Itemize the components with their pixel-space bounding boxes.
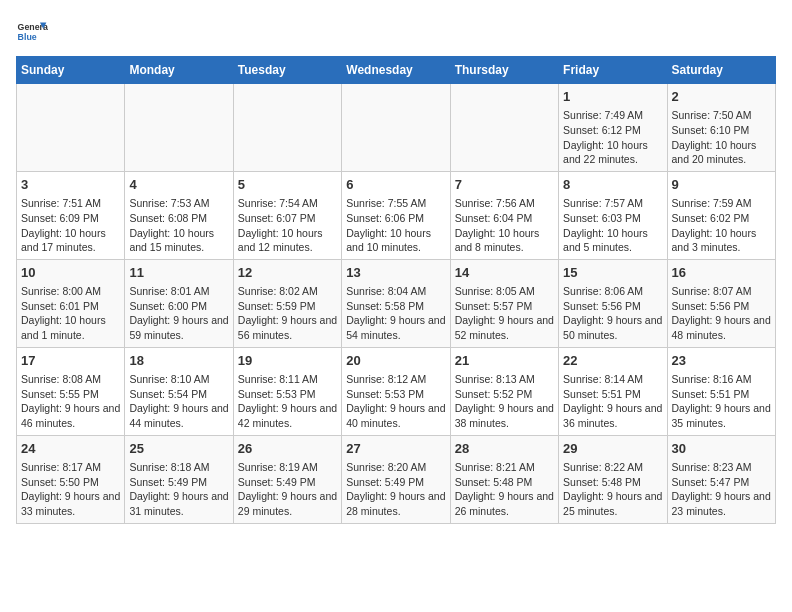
day-info: Sunrise: 7:57 AM Sunset: 6:03 PM Dayligh…	[563, 196, 662, 255]
calendar-week-5: 24Sunrise: 8:17 AM Sunset: 5:50 PM Dayli…	[17, 435, 776, 523]
calendar-cell	[125, 84, 233, 172]
day-number: 5	[238, 176, 337, 194]
day-info: Sunrise: 8:18 AM Sunset: 5:49 PM Dayligh…	[129, 460, 228, 519]
calendar-cell: 16Sunrise: 8:07 AM Sunset: 5:56 PM Dayli…	[667, 259, 775, 347]
calendar-cell: 30Sunrise: 8:23 AM Sunset: 5:47 PM Dayli…	[667, 435, 775, 523]
calendar-cell: 20Sunrise: 8:12 AM Sunset: 5:53 PM Dayli…	[342, 347, 450, 435]
day-number: 30	[672, 440, 771, 458]
day-info: Sunrise: 8:08 AM Sunset: 5:55 PM Dayligh…	[21, 372, 120, 431]
day-number: 15	[563, 264, 662, 282]
calendar-header: SundayMondayTuesdayWednesdayThursdayFrid…	[17, 57, 776, 84]
calendar-cell	[342, 84, 450, 172]
weekday-header-friday: Friday	[559, 57, 667, 84]
day-info: Sunrise: 7:49 AM Sunset: 6:12 PM Dayligh…	[563, 108, 662, 167]
day-info: Sunrise: 7:56 AM Sunset: 6:04 PM Dayligh…	[455, 196, 554, 255]
calendar-cell: 27Sunrise: 8:20 AM Sunset: 5:49 PM Dayli…	[342, 435, 450, 523]
day-number: 13	[346, 264, 445, 282]
day-info: Sunrise: 8:23 AM Sunset: 5:47 PM Dayligh…	[672, 460, 771, 519]
calendar-cell: 24Sunrise: 8:17 AM Sunset: 5:50 PM Dayli…	[17, 435, 125, 523]
day-number: 23	[672, 352, 771, 370]
calendar-cell: 28Sunrise: 8:21 AM Sunset: 5:48 PM Dayli…	[450, 435, 558, 523]
header: General Blue	[16, 16, 776, 48]
calendar-body: 1Sunrise: 7:49 AM Sunset: 6:12 PM Daylig…	[17, 84, 776, 524]
weekday-header-saturday: Saturday	[667, 57, 775, 84]
logo: General Blue	[16, 16, 48, 48]
day-info: Sunrise: 8:13 AM Sunset: 5:52 PM Dayligh…	[455, 372, 554, 431]
day-info: Sunrise: 7:59 AM Sunset: 6:02 PM Dayligh…	[672, 196, 771, 255]
day-number: 24	[21, 440, 120, 458]
calendar-cell	[233, 84, 341, 172]
day-number: 9	[672, 176, 771, 194]
calendar-cell: 3Sunrise: 7:51 AM Sunset: 6:09 PM Daylig…	[17, 171, 125, 259]
day-info: Sunrise: 8:19 AM Sunset: 5:49 PM Dayligh…	[238, 460, 337, 519]
day-number: 28	[455, 440, 554, 458]
day-info: Sunrise: 8:10 AM Sunset: 5:54 PM Dayligh…	[129, 372, 228, 431]
day-info: Sunrise: 8:01 AM Sunset: 6:00 PM Dayligh…	[129, 284, 228, 343]
day-info: Sunrise: 7:53 AM Sunset: 6:08 PM Dayligh…	[129, 196, 228, 255]
calendar-cell: 13Sunrise: 8:04 AM Sunset: 5:58 PM Dayli…	[342, 259, 450, 347]
day-number: 8	[563, 176, 662, 194]
day-info: Sunrise: 8:22 AM Sunset: 5:48 PM Dayligh…	[563, 460, 662, 519]
calendar-cell: 19Sunrise: 8:11 AM Sunset: 5:53 PM Dayli…	[233, 347, 341, 435]
day-number: 3	[21, 176, 120, 194]
day-info: Sunrise: 8:12 AM Sunset: 5:53 PM Dayligh…	[346, 372, 445, 431]
day-info: Sunrise: 8:02 AM Sunset: 5:59 PM Dayligh…	[238, 284, 337, 343]
calendar-cell: 11Sunrise: 8:01 AM Sunset: 6:00 PM Dayli…	[125, 259, 233, 347]
calendar-cell: 8Sunrise: 7:57 AM Sunset: 6:03 PM Daylig…	[559, 171, 667, 259]
day-info: Sunrise: 7:51 AM Sunset: 6:09 PM Dayligh…	[21, 196, 120, 255]
day-info: Sunrise: 8:00 AM Sunset: 6:01 PM Dayligh…	[21, 284, 120, 343]
day-number: 18	[129, 352, 228, 370]
weekday-header-tuesday: Tuesday	[233, 57, 341, 84]
calendar-week-1: 1Sunrise: 7:49 AM Sunset: 6:12 PM Daylig…	[17, 84, 776, 172]
calendar-cell: 17Sunrise: 8:08 AM Sunset: 5:55 PM Dayli…	[17, 347, 125, 435]
calendar-cell: 14Sunrise: 8:05 AM Sunset: 5:57 PM Dayli…	[450, 259, 558, 347]
day-number: 19	[238, 352, 337, 370]
day-number: 26	[238, 440, 337, 458]
weekday-header-wednesday: Wednesday	[342, 57, 450, 84]
day-info: Sunrise: 8:21 AM Sunset: 5:48 PM Dayligh…	[455, 460, 554, 519]
calendar-cell: 15Sunrise: 8:06 AM Sunset: 5:56 PM Dayli…	[559, 259, 667, 347]
day-number: 25	[129, 440, 228, 458]
calendar-cell: 10Sunrise: 8:00 AM Sunset: 6:01 PM Dayli…	[17, 259, 125, 347]
calendar-cell: 4Sunrise: 7:53 AM Sunset: 6:08 PM Daylig…	[125, 171, 233, 259]
day-number: 6	[346, 176, 445, 194]
calendar-cell: 25Sunrise: 8:18 AM Sunset: 5:49 PM Dayli…	[125, 435, 233, 523]
calendar-cell: 21Sunrise: 8:13 AM Sunset: 5:52 PM Dayli…	[450, 347, 558, 435]
day-number: 27	[346, 440, 445, 458]
calendar-cell: 5Sunrise: 7:54 AM Sunset: 6:07 PM Daylig…	[233, 171, 341, 259]
calendar-week-3: 10Sunrise: 8:00 AM Sunset: 6:01 PM Dayli…	[17, 259, 776, 347]
weekday-header-sunday: Sunday	[17, 57, 125, 84]
calendar-week-2: 3Sunrise: 7:51 AM Sunset: 6:09 PM Daylig…	[17, 171, 776, 259]
day-info: Sunrise: 8:06 AM Sunset: 5:56 PM Dayligh…	[563, 284, 662, 343]
calendar-cell: 1Sunrise: 7:49 AM Sunset: 6:12 PM Daylig…	[559, 84, 667, 172]
calendar-cell: 23Sunrise: 8:16 AM Sunset: 5:51 PM Dayli…	[667, 347, 775, 435]
day-info: Sunrise: 8:16 AM Sunset: 5:51 PM Dayligh…	[672, 372, 771, 431]
day-info: Sunrise: 8:17 AM Sunset: 5:50 PM Dayligh…	[21, 460, 120, 519]
svg-text:Blue: Blue	[18, 32, 37, 42]
weekday-header-monday: Monday	[125, 57, 233, 84]
weekday-header-thursday: Thursday	[450, 57, 558, 84]
day-info: Sunrise: 7:55 AM Sunset: 6:06 PM Dayligh…	[346, 196, 445, 255]
day-info: Sunrise: 8:05 AM Sunset: 5:57 PM Dayligh…	[455, 284, 554, 343]
calendar-cell: 29Sunrise: 8:22 AM Sunset: 5:48 PM Dayli…	[559, 435, 667, 523]
calendar-cell: 12Sunrise: 8:02 AM Sunset: 5:59 PM Dayli…	[233, 259, 341, 347]
calendar-cell	[450, 84, 558, 172]
day-number: 14	[455, 264, 554, 282]
day-info: Sunrise: 7:50 AM Sunset: 6:10 PM Dayligh…	[672, 108, 771, 167]
calendar-cell: 22Sunrise: 8:14 AM Sunset: 5:51 PM Dayli…	[559, 347, 667, 435]
calendar-cell	[17, 84, 125, 172]
day-number: 20	[346, 352, 445, 370]
day-number: 7	[455, 176, 554, 194]
day-number: 22	[563, 352, 662, 370]
day-number: 1	[563, 88, 662, 106]
day-number: 11	[129, 264, 228, 282]
day-number: 10	[21, 264, 120, 282]
calendar-cell: 9Sunrise: 7:59 AM Sunset: 6:02 PM Daylig…	[667, 171, 775, 259]
day-info: Sunrise: 8:07 AM Sunset: 5:56 PM Dayligh…	[672, 284, 771, 343]
day-info: Sunrise: 7:54 AM Sunset: 6:07 PM Dayligh…	[238, 196, 337, 255]
calendar-cell: 18Sunrise: 8:10 AM Sunset: 5:54 PM Dayli…	[125, 347, 233, 435]
calendar-cell: 7Sunrise: 7:56 AM Sunset: 6:04 PM Daylig…	[450, 171, 558, 259]
day-info: Sunrise: 8:04 AM Sunset: 5:58 PM Dayligh…	[346, 284, 445, 343]
day-info: Sunrise: 8:11 AM Sunset: 5:53 PM Dayligh…	[238, 372, 337, 431]
day-number: 29	[563, 440, 662, 458]
